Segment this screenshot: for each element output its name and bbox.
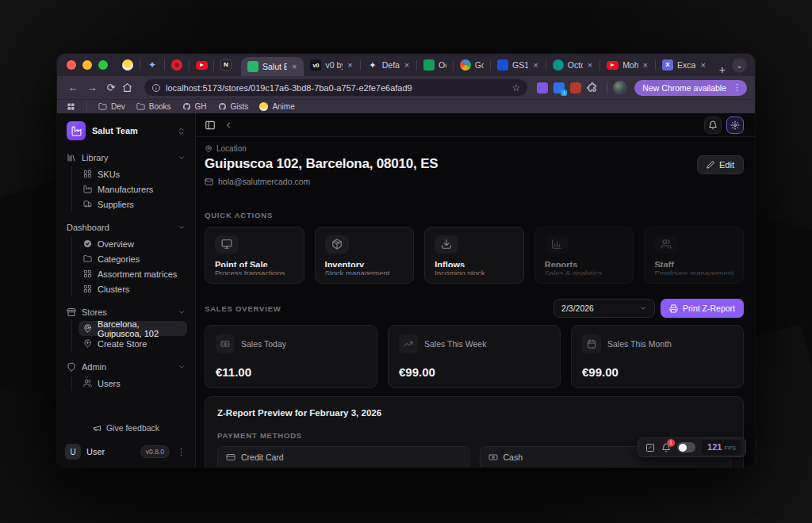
tab-gs1[interactable]: GS1 Datab × — [491, 54, 546, 76]
section-header-library[interactable]: Library — [65, 150, 187, 166]
email-row: hola@salutmercado.com — [205, 177, 744, 186]
home-button[interactable] — [122, 82, 138, 93]
reload-button[interactable]: ⟳ — [103, 82, 119, 94]
quick-action-subtitle: Sales & analytics — [545, 269, 624, 275]
close-tab-icon[interactable]: × — [404, 60, 410, 70]
team-switcher[interactable]: Salut Team — [65, 120, 187, 142]
folder-icon — [136, 102, 145, 111]
sidebar-item-store-barcelona[interactable]: Barcelona, Guipuscoa, 102 — [79, 321, 187, 336]
chevron-down-icon — [178, 363, 186, 371]
close-tab-icon[interactable]: × — [347, 60, 353, 70]
sidebar-item-users[interactable]: Users — [79, 376, 187, 391]
pinned-tab-notion[interactable]: N — [214, 59, 238, 71]
pinned-tab-record[interactable] — [165, 59, 189, 71]
sidebar-item-categories[interactable]: Categories — [79, 251, 187, 266]
chrome-menu-icon[interactable]: ⋮ — [730, 82, 744, 93]
cash-icon — [488, 452, 498, 462]
tab-v0[interactable]: v0 v0 by Verc × — [304, 54, 359, 76]
pinned-tab-youtube[interactable] — [190, 61, 213, 70]
print-z-report-button[interactable]: Print Z-Report — [661, 299, 744, 318]
tab-mohnish[interactable]: Mohnish P × — [600, 54, 655, 76]
back-chevron-icon[interactable] — [224, 120, 233, 130]
grid-icon — [83, 284, 92, 293]
quick-action-inflows[interactable]: Inflows Incoming stock — [424, 227, 524, 284]
tab-default[interactable]: ✦ Default Pr × — [361, 54, 416, 76]
give-feedback-button[interactable]: Give feedback — [65, 420, 187, 436]
section-header-dashboard[interactable]: Dashboard — [65, 220, 187, 235]
quick-action-inventory[interactable]: Inventory Stock management — [315, 227, 415, 284]
bookmark-folder-dev[interactable]: Dev — [98, 102, 125, 111]
section-items: Barcelona, Guipuscoa, 102 Create Store — [71, 321, 187, 351]
minimize-window-button[interactable] — [82, 60, 92, 70]
browser-window: ✦ N Salut ERP × v0 v0 by Verc × — [57, 54, 755, 468]
close-tab-icon[interactable]: × — [587, 60, 593, 70]
bookmark-star-icon[interactable]: ☆ — [512, 82, 521, 94]
tab-label: Mohnish P — [622, 60, 638, 70]
pinned-tab-emoji[interactable] — [116, 59, 140, 71]
section-header-admin[interactable]: Admin — [65, 359, 187, 375]
monitor-icon — [215, 235, 239, 254]
page-title: Guipuscoa 102, Barcelona, 08010, ES — [205, 156, 744, 172]
sidebar-toggle-icon[interactable] — [205, 120, 216, 131]
extensions-puzzle-icon[interactable] — [587, 82, 598, 94]
bookmark-anime[interactable]: Anime — [259, 102, 294, 111]
forward-button[interactable]: → — [84, 82, 100, 94]
sidebar-item-manufacturers[interactable]: Manufacturers — [79, 181, 187, 197]
address-bar[interactable]: localhost:5173/stores/019c17a6-3bd8-7ba0… — [144, 79, 527, 96]
close-tab-icon[interactable]: × — [642, 60, 649, 70]
zoom-window-button[interactable] — [98, 60, 108, 70]
tab-salut-erp[interactable]: Salut ERP × — [241, 57, 304, 76]
stat-value: €99.00 — [582, 365, 733, 379]
profile-avatar[interactable] — [613, 81, 626, 94]
tab-octo-api[interactable]: Octo API × — [546, 54, 599, 76]
quick-action-reports[interactable]: Reports Sales & analytics — [534, 227, 634, 284]
bell-icon[interactable]: 1 — [661, 443, 671, 452]
sidebar-item-assortment-matrices[interactable]: Assortment matrices — [79, 266, 187, 281]
sidebar-item-skus[interactable]: SKUs — [79, 166, 187, 181]
sidebar-item-create-store[interactable]: Create Store — [79, 336, 187, 351]
date-select[interactable]: 2/3/2026 — [553, 299, 655, 318]
tab-search-button[interactable]: ⌄ — [732, 58, 747, 73]
store-email: hola@salutmercado.com — [218, 177, 310, 186]
bookmark-gists[interactable]: Gists — [218, 102, 249, 111]
quick-action-point-of-sale[interactable]: Point of Sale Process transactions — [205, 227, 304, 284]
settings-button[interactable] — [726, 116, 744, 134]
sidebar-item-suppliers[interactable]: Suppliers — [79, 197, 187, 212]
chevron-down-icon — [178, 154, 186, 162]
pinned-tab-gemini[interactable]: ✦ — [140, 59, 164, 71]
sidebar-item-clusters[interactable]: Clusters — [79, 281, 187, 296]
apps-grid-icon[interactable] — [67, 102, 75, 111]
devtools-panel-icon[interactable] — [645, 443, 655, 452]
site-info-icon[interactable] — [151, 83, 161, 93]
close-window-button[interactable] — [67, 60, 76, 70]
sidebar-item-overview[interactable]: Overview — [79, 236, 187, 251]
edit-button[interactable]: Edit — [697, 155, 744, 174]
megaphone-icon — [93, 424, 102, 433]
extension-red-icon[interactable] — [570, 82, 581, 94]
quick-action-staff[interactable]: Staff Employee management — [644, 227, 744, 284]
new-tab-button[interactable]: + — [713, 63, 732, 76]
fps-toggle[interactable] — [677, 442, 695, 452]
close-tab-icon[interactable]: × — [291, 62, 297, 71]
notifications-button[interactable] — [704, 116, 722, 134]
tab-octo[interactable]: Octo — [417, 54, 453, 76]
topbar-actions — [704, 116, 744, 134]
chrome-update-button[interactable]: New Chrome available ⋮ — [634, 80, 747, 96]
extension-purple-icon[interactable] — [537, 82, 548, 94]
user-menu-kebab-icon[interactable]: ⋮ — [175, 447, 187, 457]
tab-goog[interactable]: Goog — [454, 54, 490, 76]
location-label: Location — [216, 144, 247, 153]
bookmark-folder-books[interactable]: Books — [136, 102, 171, 111]
extension-flag-icon[interactable] — [553, 82, 565, 94]
close-tab-icon[interactable]: × — [699, 60, 706, 70]
stat-card-sales-month: Sales This Month €99.00 — [571, 325, 744, 388]
section-header-stores[interactable]: Stores — [65, 304, 187, 320]
chevrons-up-down-icon — [177, 127, 186, 136]
bookmark-gh[interactable]: GH — [182, 102, 207, 111]
map-pin-icon — [205, 145, 213, 153]
back-button[interactable]: ← — [65, 82, 81, 94]
user-menu[interactable]: U User v0.8.0 ⋮ — [65, 444, 187, 460]
tab-excalidraw[interactable]: X Excalidraw × — [656, 54, 713, 76]
bookmarks-bar: Dev Books GH Gists Anime — [57, 99, 755, 113]
close-tab-icon[interactable]: × — [532, 60, 538, 70]
